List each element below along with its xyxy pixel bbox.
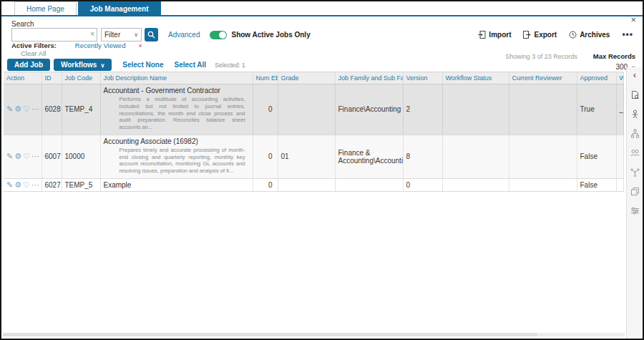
column-header[interactable]: Workflow Status (442, 72, 509, 84)
column-header[interactable]: Job Code (62, 72, 100, 84)
active-jobs-toggle[interactable] (210, 31, 227, 39)
column-header[interactable]: Current Reviewer (509, 72, 577, 84)
network-icon[interactable] (630, 167, 640, 180)
column-header[interactable]: Action (4, 72, 42, 84)
tab-home-page[interactable]: Home Page (14, 1, 77, 15)
close-icon[interactable]: × (630, 15, 636, 24)
job-description-text: Performs a multitude of accounting activ… (119, 96, 250, 133)
heart-icon[interactable]: ♡ (23, 180, 30, 189)
toggle-knob (219, 31, 226, 39)
cell-grade (278, 84, 335, 135)
showing-records-text: Showing 3 of 23 Records (505, 53, 577, 60)
scrollbar-thumb[interactable] (3, 333, 537, 336)
row-more-icon[interactable]: ⋯ (31, 152, 40, 160)
table-row[interactable]: ✎⚙♡⋯6028TEMP_4Accountant - Government Co… (4, 84, 624, 135)
settings-sliders-icon[interactable] (630, 205, 640, 218)
column-header[interactable]: Version (403, 72, 442, 84)
import-button[interactable]: Import (478, 31, 511, 39)
row-more-icon[interactable]: ⋯ (31, 105, 40, 113)
job-title: Example (104, 180, 250, 189)
cell-workflow-status (442, 84, 509, 135)
tab-job-management[interactable]: Job Management (78, 1, 161, 15)
edit-icon[interactable]: ✎ (6, 152, 13, 160)
document-preview-icon[interactable] (630, 89, 640, 102)
cell-current-reviewer (509, 84, 577, 135)
row-more-icon[interactable]: ⋯ (31, 180, 40, 189)
cell-workflow-status (442, 135, 509, 178)
search-row: × Filter ∨ Advanced Show Active Jobs Onl… (11, 28, 311, 42)
cell-id: 6027 (42, 178, 62, 191)
gear-icon[interactable]: ⚙ (14, 152, 21, 160)
chevron-down-icon: ∨ (100, 62, 104, 69)
archives-icon (569, 31, 577, 39)
clear-all-link[interactable]: Clear All (21, 49, 46, 57)
column-header[interactable]: Job Description Name (100, 72, 253, 84)
cell-job-description: Example (100, 178, 253, 191)
cell-job-code: TEMP_5 (62, 178, 100, 191)
cell-job-description: Accountant - Government ContractorPerfor… (100, 84, 253, 135)
more-menu-button[interactable]: ••• (622, 29, 633, 39)
import-icon (478, 31, 486, 39)
cell-extra (616, 135, 624, 178)
copy-icon[interactable] (630, 186, 640, 199)
cell-version: 8 (403, 135, 442, 178)
search-clear-icon[interactable]: × (90, 30, 94, 38)
cell-current-reviewer (509, 178, 577, 191)
toolbar: Import Export Archives ••• (478, 29, 633, 39)
chevron-down-icon: ∨ (134, 31, 138, 38)
table-row[interactable]: ✎⚙♡⋯6027TEMP_5Example00False (4, 178, 624, 191)
cell-approved: False (577, 135, 616, 178)
edit-icon[interactable]: ✎ (6, 180, 13, 189)
export-button[interactable]: Export (523, 31, 557, 39)
archives-button[interactable]: Archives (569, 31, 610, 39)
export-icon (523, 31, 531, 39)
search-icon (147, 29, 155, 42)
tab-bar: Home Page Job Management (1, 1, 643, 16)
max-records-dropdown[interactable]: 300∨ (505, 63, 635, 71)
select-all-link[interactable]: Select All (175, 61, 207, 69)
search-input[interactable] (12, 29, 97, 41)
horizontal-scrollbar[interactable] (3, 333, 625, 336)
workflows-button[interactable]: Workflows∨ (54, 59, 112, 71)
column-header[interactable]: W (616, 72, 624, 84)
table-actions-row: Add Job Workflows∨ Select None Select Al… (7, 59, 245, 71)
active-filters-row: Active Filters: Recently Viewed × (11, 42, 142, 49)
column-header[interactable]: ID (42, 72, 62, 84)
cell-current-reviewer (509, 135, 577, 178)
cell-job-description: Accounting Associate (16982)Prepares tim… (100, 135, 253, 178)
heart-icon[interactable]: ♡ (23, 152, 30, 160)
select-none-link[interactable]: Select None (122, 61, 163, 69)
jobs-table: ActionIDJob CodeJob Description NameNum … (4, 72, 624, 192)
column-header[interactable]: Approved (577, 72, 616, 84)
filter-chip-recently-viewed[interactable]: Recently Viewed (75, 42, 126, 49)
cell-version: 0 (403, 178, 442, 191)
heart-icon[interactable]: ♡ (23, 105, 30, 113)
column-header[interactable]: Job Family and Sub Family (335, 72, 403, 84)
org-chart-icon[interactable] (630, 128, 640, 141)
cell-extra (616, 178, 624, 191)
column-header[interactable]: Num EEs (253, 72, 278, 84)
advanced-link[interactable]: Advanced (168, 31, 200, 39)
person-icon[interactable] (630, 109, 640, 122)
table-header-row: ActionIDJob CodeJob Description NameNum … (4, 72, 624, 84)
filter-dropdown[interactable]: Filter ∨ (101, 28, 142, 42)
column-header[interactable]: Grade (278, 72, 335, 84)
cell-num-ees: 0 (253, 178, 278, 191)
collapse-chevron-icon[interactable]: ‹ (633, 70, 636, 79)
search-button[interactable] (145, 28, 158, 42)
gear-icon[interactable]: ⚙ (14, 105, 21, 113)
records-info: Showing 3 of 23 Records Max Records 300∨ (505, 52, 635, 71)
edit-icon[interactable]: ✎ (6, 105, 13, 113)
cell-num-ees: 0 (253, 84, 278, 135)
gear-icon[interactable]: ⚙ (14, 180, 21, 189)
job-management-window: Home Page Job Management × Import Export… (0, 0, 644, 340)
selected-count-text: Selected: 1 (215, 62, 245, 69)
add-job-button[interactable]: Add Job (7, 59, 50, 71)
active-filters-label: Active Filters: (11, 42, 57, 49)
filter-chip-remove-icon[interactable]: × (138, 42, 142, 49)
people-group-icon[interactable] (630, 147, 640, 160)
table-row[interactable]: ✎⚙♡⋯600710000Accounting Associate (16982… (4, 135, 624, 178)
search-box: × (11, 28, 97, 42)
job-title: Accounting Associate (16982) (104, 137, 250, 145)
job-description-text: Prepares timely and accurate processing … (119, 147, 250, 177)
